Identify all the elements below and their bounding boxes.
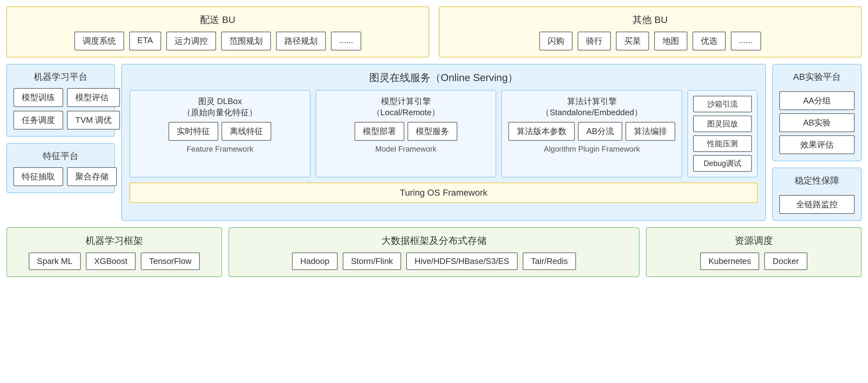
- ab-platform-panel: AB实验平台 AA分组 AB实验 效果评估: [772, 64, 862, 161]
- peisong-bu-title: 配送 BU: [17, 13, 419, 27]
- frameworks-row: 图灵 DLBox（原始向量化特征） 实时特征 离线特征 Feature Fram…: [130, 90, 757, 177]
- item-abfenliu: AB分流: [578, 122, 622, 141]
- peisong-bu-section: 配送 BU 调度系统 ETA 运力调控 范围规划 路径规划 ......: [6, 6, 429, 57]
- peisong-bu-items: 调度系统 ETA 运力调控 范围规划 路径规划 ......: [17, 32, 419, 51]
- resource-section: 资源调度 Kubernetes Docker: [646, 227, 862, 277]
- item-youxuan: 优选: [692, 32, 726, 51]
- right-panels: AB实验平台 AA分组 AB实验 效果评估 稳定性保障 全链路监控: [772, 64, 862, 221]
- algorithm-framework-items: 算法版本参数 AB分流 算法编排: [507, 122, 677, 141]
- ml-platform-title: 机器学习平台: [13, 71, 108, 83]
- feature-framework-title: 图灵 DLBox（原始向量化特征）: [135, 96, 305, 118]
- item-more2: ......: [731, 32, 761, 51]
- item-aa-fenzu: AA分组: [779, 91, 855, 110]
- item-suanfabanben: 算法版本参数: [508, 122, 575, 141]
- item-suanfabianpai: 算法编排: [625, 122, 675, 141]
- item-mopingjia: 模型评估: [67, 88, 120, 107]
- model-framework-label: Model Framework: [321, 145, 491, 153]
- item-qixing: 骑行: [578, 32, 611, 51]
- algorithm-framework-box: 算法计算引擎（Standalone/Embedded） 算法版本参数 AB分流 …: [501, 90, 682, 177]
- feature-framework-items: 实时特征 离线特征: [135, 122, 305, 141]
- item-xgboost: XGBoost: [86, 253, 135, 270]
- algorithm-framework-title: 算法计算引擎（Standalone/Embedded）: [507, 96, 677, 118]
- model-framework-title: 模型计算引擎（Local/Remote）: [321, 96, 491, 118]
- big-data-items: Hadoop Storm/Flink Hive/HDFS/HBase/S3/ES…: [239, 253, 629, 270]
- item-quanlianjian: 全链路监控: [779, 195, 855, 214]
- item-xingneng-yace: 性能压测: [693, 135, 752, 152]
- item-shangou: 闪购: [539, 32, 572, 51]
- model-framework-box: 模型计算引擎（Local/Remote） 模型部署 模型服务 Model Fra…: [316, 90, 497, 177]
- item-ab-shiyan: AB实验: [779, 113, 855, 132]
- item-renwudiao: 任务调度: [13, 111, 63, 129]
- resource-items: Kubernetes Docker: [656, 253, 851, 270]
- turing-os-bar: Turing OS Framework: [130, 182, 757, 203]
- model-framework-items: 模型部署 模型服务: [321, 122, 491, 141]
- bottom-row: 机器学习框架 Spark ML XGBoost TensorFlow 大数据框架…: [6, 227, 862, 277]
- item-xiaoguo-pingjia: 效果评估: [779, 135, 855, 154]
- feature-platform-items: 特征抽取 聚合存储: [13, 167, 108, 186]
- item-maicai: 买菜: [616, 32, 649, 51]
- other-bu-items: 闪购 骑行 买菜 地图 优选 ......: [449, 32, 851, 51]
- item-tensorflow: TensorFlow: [141, 253, 200, 270]
- big-data-section: 大数据框架及分布式存储 Hadoop Storm/Flink Hive/HDFS…: [228, 227, 640, 277]
- item-hadoop: Hadoop: [292, 253, 338, 270]
- online-serving-panel: 图灵在线服务（Online Serving） 图灵 DLBox（原始向量化特征）…: [121, 64, 766, 221]
- item-moxingbushu: 模型部署: [354, 122, 404, 141]
- ml-frameworks-section: 机器学习框架 Spark ML XGBoost TensorFlow: [6, 227, 222, 277]
- online-serving-title: 图灵在线服务（Online Serving）: [130, 71, 757, 85]
- item-sandbox-yinliu: 沙箱引流: [693, 96, 752, 112]
- resource-title: 资源调度: [656, 234, 851, 247]
- item-fanwei: 范围规划: [221, 32, 271, 51]
- feature-platform-panel: 特征平台 特征抽取 聚合存储: [6, 143, 115, 193]
- item-moxingfuwu: 模型服务: [407, 122, 457, 141]
- item-lixian: 离线特征: [221, 122, 271, 141]
- item-ditu: 地图: [654, 32, 687, 51]
- feature-framework-box: 图灵 DLBox（原始向量化特征） 实时特征 离线特征 Feature Fram…: [130, 90, 310, 177]
- stability-title: 稳定性保障: [779, 175, 855, 187]
- big-data-title: 大数据框架及分布式存储: [239, 234, 629, 247]
- ml-platform-panel: 机器学习平台 模型训练 模型评估 任务调度 TVM 调优: [6, 64, 115, 137]
- item-eta: ETA: [129, 32, 161, 51]
- item-docker: Docker: [764, 253, 807, 270]
- ml-platform-items: 模型训练 模型评估 任务调度 TVM 调优: [13, 88, 108, 129]
- item-kubernetes: Kubernetes: [700, 253, 759, 270]
- feature-framework-label: Feature Framework: [135, 145, 305, 153]
- item-debug: Debug调试: [693, 155, 752, 172]
- item-juhcuncuqu: 聚合存储: [67, 167, 117, 186]
- ab-platform-title: AB实验平台: [779, 71, 855, 83]
- item-more1: ......: [331, 32, 361, 51]
- stability-panel: 稳定性保障 全链路监控: [772, 168, 862, 221]
- item-tuling-huifang: 图灵回放: [693, 116, 752, 132]
- main-container: 配送 BU 调度系统 ETA 运力调控 范围规划 路径规划 ...... 其他 …: [6, 6, 862, 277]
- item-stormflink: Storm/Flink: [343, 253, 401, 270]
- item-lujing: 路径规划: [276, 32, 326, 51]
- item-tvm: TVM 调优: [67, 111, 120, 129]
- item-tezhengchouqu: 特征抽取: [13, 167, 63, 186]
- other-bu-section: 其他 BU 闪购 骑行 买菜 地图 优选 ......: [439, 6, 862, 57]
- sandbox-panel: 沙箱引流 图灵回放 性能压测 Debug调试: [687, 90, 757, 177]
- item-yunli: 运力调控: [166, 32, 216, 51]
- ml-frameworks-title: 机器学习框架: [17, 234, 212, 247]
- other-bu-title: 其他 BU: [449, 13, 851, 27]
- item-shishi: 实时特征: [168, 122, 218, 141]
- item-hive: Hive/HDFS/HBase/S3/ES: [406, 253, 517, 270]
- algorithm-framework-label: Algorithm Plugin Framework: [507, 145, 677, 153]
- feature-platform-title: 特征平台: [13, 150, 108, 162]
- item-moxun: 模型训练: [13, 88, 63, 107]
- item-tairredis: Tair/Redis: [523, 253, 576, 270]
- item-sparkml: Spark ML: [29, 253, 81, 270]
- top-row: 配送 BU 调度系统 ETA 运力调控 范围规划 路径规划 ...... 其他 …: [6, 6, 862, 57]
- middle-row: 机器学习平台 模型训练 模型评估 任务调度 TVM 调优 特征平台 特征抽取 聚…: [6, 64, 862, 221]
- left-panels: 机器学习平台 模型训练 模型评估 任务调度 TVM 调优 特征平台 特征抽取 聚…: [6, 64, 115, 221]
- ml-frameworks-items: Spark ML XGBoost TensorFlow: [17, 253, 212, 270]
- item-diaodu: 调度系统: [74, 32, 124, 51]
